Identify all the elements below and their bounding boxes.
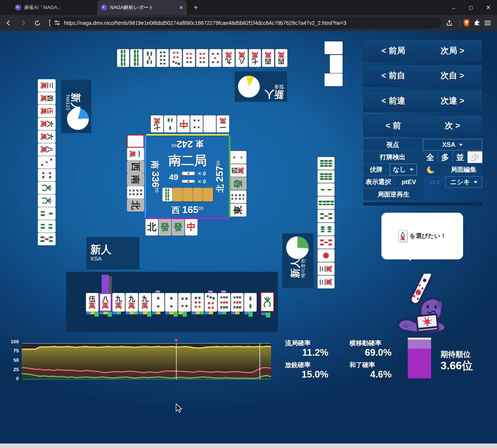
naga-favicon: [101, 5, 107, 11]
tile-2p[interactable]: [165, 293, 178, 312]
fusehai-select[interactable]: なし: [390, 164, 417, 175]
tile-8s: [162, 187, 172, 201]
share-icon[interactable]: [444, 18, 454, 28]
tile-slot[interactable]: 伍萬: [86, 293, 99, 312]
dahai-option-many[interactable]: 多: [438, 151, 453, 163]
tile-slot: 八萬: [38, 143, 56, 156]
tile-slot[interactable]: [165, 293, 178, 312]
dahai-options: 全 多 並 少: [423, 151, 482, 163]
site-settings-icon[interactable]: [54, 20, 60, 26]
tab-naga-report[interactable]: NAGA解析レポート ✕: [97, 0, 187, 15]
tile-slot[interactable]: [152, 293, 165, 312]
prev-jibun-button[interactable]: < 前自: [364, 70, 423, 81]
minimize-button[interactable]: –: [445, 5, 462, 11]
score-south: 南 33600: [149, 158, 161, 195]
extensions-puzzle-icon[interactable]: [472, 18, 482, 28]
tile-4m: 四萬: [38, 92, 56, 105]
tile-9m[interactable]: 九萬: [125, 293, 138, 312]
tile-2s[interactable]: [244, 293, 257, 312]
tile-slot: 發: [229, 177, 247, 190]
kyokumen-edit-button[interactable]: 局面編集: [445, 164, 482, 175]
next-chigai-button[interactable]: 次違 >: [423, 95, 482, 107]
eval-bar-selected: [102, 275, 109, 293]
honba-stick-icon: [182, 180, 195, 183]
tile-slot[interactable]: [191, 293, 204, 312]
reload-icon[interactable]: [32, 18, 42, 28]
tile-W: 西: [127, 160, 144, 173]
probability-chart[interactable]: [22, 339, 271, 379]
chevron-down-icon: [410, 169, 413, 171]
brave-shield-icon[interactable]: [462, 18, 471, 28]
next-kyoku-button[interactable]: 次局 >: [423, 45, 482, 56]
tab-close-icon[interactable]: ✕: [179, 5, 183, 10]
tile-2p[interactable]: [152, 293, 165, 312]
tile-9m[interactable]: 九萬: [139, 293, 151, 312]
stat-value: 4.6%: [349, 369, 392, 380]
tile-7p[interactable]: [204, 293, 217, 312]
forward-icon[interactable]: [18, 18, 28, 28]
player-name: Nel123: [66, 95, 71, 110]
tile-slot[interactable]: 八萬: [99, 293, 112, 312]
naga-favicon: [15, 5, 21, 11]
tile-3s: [164, 115, 177, 133]
timeline-scrollbar[interactable]: [363, 202, 482, 206]
tile-slot[interactable]: [218, 293, 230, 312]
tile-slot[interactable]: [204, 293, 217, 312]
tile-slot: [193, 187, 203, 201]
url-bar[interactable]: https://naga.dmv.nico/htmls/9819e1e08bbd…: [50, 17, 441, 29]
tile-slot: 伍萬: [38, 105, 56, 117]
tile-P: [127, 135, 144, 148]
dahai-option-normal[interactable]: 並: [453, 151, 468, 163]
tile-0m: 伍萬: [38, 105, 56, 117]
discards-top: 七萬中一萬: [151, 115, 229, 133]
dahai-option-few[interactable]: 少: [467, 151, 482, 163]
tile-8p: [127, 186, 144, 199]
y-tick: 0: [9, 376, 19, 381]
stat-value: 11.2%: [285, 347, 328, 358]
tile-5m[interactable]: 伍萬: [86, 293, 99, 312]
moon-icon[interactable]: [427, 166, 434, 174]
prev-button[interactable]: < 前: [364, 120, 423, 131]
new-tab-button[interactable]: +: [190, 0, 201, 15]
tile-score-bar: [231, 312, 239, 314]
tile-1s[interactable]: [261, 292, 274, 312]
tile-7m: 七萬: [248, 49, 261, 67]
close-button[interactable]: ✕: [480, 4, 497, 11]
tile-6p[interactable]: [191, 293, 204, 312]
tile-9p[interactable]: [218, 293, 230, 312]
prev-chigai-button[interactable]: < 前違: [364, 95, 423, 107]
next-jibun-button[interactable]: 次自 >: [423, 70, 482, 81]
tile-slot: [38, 220, 56, 233]
tile-slot[interactable]: 九萬: [139, 293, 151, 312]
tile-slot[interactable]: [244, 293, 257, 312]
tile-slot[interactable]: [178, 293, 191, 312]
menu-hamburger-icon[interactable]: [483, 18, 492, 28]
tile-slot: [203, 115, 216, 133]
replay-button[interactable]: 局面逆再生: [363, 189, 424, 200]
tile-slot[interactable]: [231, 293, 244, 312]
back-icon[interactable]: [4, 18, 14, 28]
model-select[interactable]: ニシキ: [445, 176, 482, 188]
tile-slot: [38, 194, 56, 207]
tab-naga-home[interactable]: 麻雀AI「NAGA」: [15, 0, 90, 15]
counters: 49 × 0 × 0: [169, 170, 206, 184]
prev-kyoku-button[interactable]: < 前局: [364, 45, 423, 56]
dahai-option-all[interactable]: 全: [423, 151, 438, 163]
next-button[interactable]: 次 >: [423, 120, 482, 131]
score-east: 東 24200: [172, 138, 204, 150]
tile-F: 發: [172, 218, 184, 236]
viewpoint-select[interactable]: XSA: [423, 139, 482, 151]
tile-8m[interactable]: 八萬: [99, 293, 112, 312]
display-value-button[interactable]: ptEV: [394, 176, 424, 188]
tile-slot: [127, 186, 144, 199]
tile-slot[interactable]: 九萬: [112, 293, 125, 312]
version-label: v2.2: [424, 176, 445, 188]
tile-slot[interactable]: 九萬: [125, 293, 138, 312]
tile-score-bar: [192, 312, 204, 314]
maximize-button[interactable]: ▢: [462, 5, 480, 10]
tile-slot[interactable]: [261, 292, 274, 312]
tile-9p[interactable]: [231, 293, 244, 312]
tile-4p[interactable]: [178, 293, 191, 312]
tile-slot: [317, 222, 335, 236]
tile-9m[interactable]: 九萬: [112, 293, 125, 312]
